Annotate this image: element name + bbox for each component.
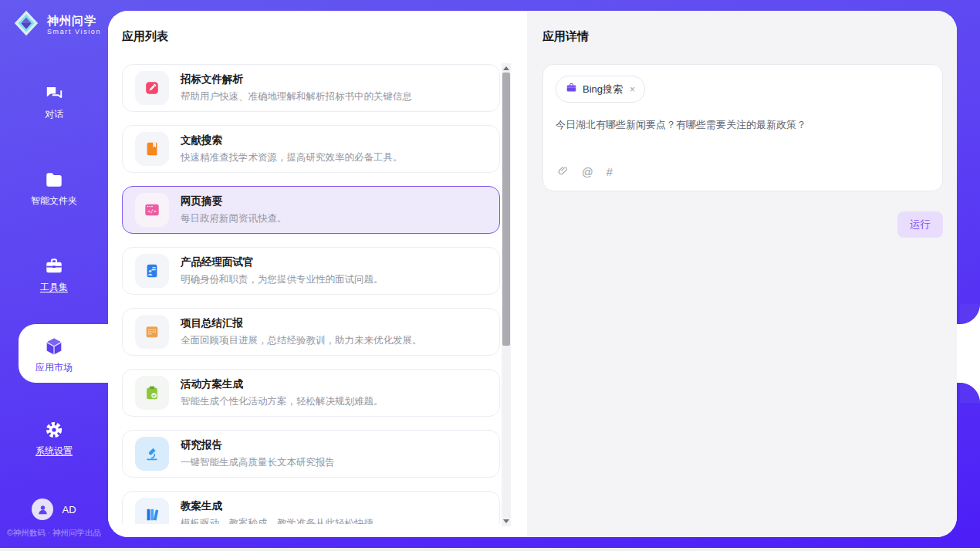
app-list-scrollbar[interactable]	[502, 63, 511, 526]
question-text[interactable]: 今日湖北有哪些新闻要点？有哪些需要关注的最新政策？	[556, 118, 930, 132]
app-desc: 智能生成个性化活动方案，轻松解决规划难题。	[181, 395, 384, 408]
app-card-tender-analysis[interactable]: 招标文件解析 帮助用户快速、准确地理解和解析招标书中的关键信息	[122, 64, 500, 112]
app-detail-panel: 应用详情 Bing搜索 × 今日湖北有哪些新闻要点？有哪些需要关注的最新政策？	[527, 11, 957, 537]
run-row: 运行	[542, 211, 943, 238]
app-title: 项目总结汇报	[181, 316, 422, 330]
folder-icon	[0, 170, 108, 190]
brand-name: 神州问学	[47, 14, 101, 28]
prompt-card: Bing搜索 × 今日湖北有哪些新闻要点？有哪些需要关注的最新政策？ @ #	[542, 64, 943, 191]
scrollbar-thumb[interactable]	[502, 73, 510, 346]
briefcase-icon	[566, 82, 577, 96]
app-card-web-summary[interactable]: </> 网页摘要 每日政府新闻资讯快查。	[122, 186, 500, 234]
sidebar-item-settings[interactable]: 系统设置	[0, 420, 108, 458]
clipboard-check-icon	[135, 376, 169, 410]
user-name: AD	[62, 504, 76, 516]
app-desc: 快速精准查找学术资源，提高研究效率的必备工具。	[181, 151, 403, 164]
chat-icon	[0, 83, 108, 103]
app-title: 研究报告	[181, 438, 335, 452]
sidebar-item-smart-folder[interactable]: 智能文件夹	[0, 170, 108, 208]
note-grid-icon	[135, 315, 169, 349]
copyright-text: ©神州数码 · 神州问学出品	[0, 528, 108, 539]
brand-logo-icon	[12, 8, 41, 41]
chip-close-icon[interactable]: ×	[630, 84, 635, 95]
scroll-up-icon[interactable]	[503, 66, 509, 70]
bottom-strip	[0, 548, 980, 551]
app-card-research-report[interactable]: 研究报告 一键智能生成高质量长文本研究报告	[122, 430, 500, 478]
tool-chip-bing-search[interactable]: Bing搜索 ×	[556, 76, 645, 103]
app-list: 招标文件解析 帮助用户快速、准确地理解和解析招标书中的关键信息 文献搜索 快速精…	[122, 64, 500, 524]
app-desc: 模板驱动，教案秒成，教学准备从此轻松快捷	[181, 517, 373, 524]
app-list-panel: 应用列表 招标文件解析 帮助用户快速、准确地理解和解析招标书中的关键信息	[108, 11, 527, 537]
chip-label: Bing搜索	[583, 83, 623, 96]
sidebar-item-label: 系统设置	[0, 445, 108, 458]
sidebar-item-chat[interactable]: 对话	[0, 83, 108, 121]
app-desc: 全面回顾项目进展，总结经验教训，助力未来优化发展。	[181, 334, 422, 347]
app-title: 活动方案生成	[181, 377, 384, 391]
toolbox-icon	[0, 256, 108, 276]
app-card-lesson-plan[interactable]: 教案生成 模板驱动，教案秒成，教学准备从此轻松快捷	[122, 491, 500, 524]
composer-toolbar: @ #	[557, 164, 613, 180]
scroll-down-icon[interactable]	[503, 519, 509, 523]
app-title: 网页摘要	[181, 194, 287, 208]
brand-subtitle: Smart Vision	[47, 28, 101, 35]
app-list-title: 应用列表	[122, 29, 527, 44]
main-window: 应用列表 招标文件解析 帮助用户快速、准确地理解和解析招标书中的关键信息	[108, 11, 957, 537]
avatar	[32, 499, 53, 520]
cube-icon	[0, 336, 108, 357]
hash-icon[interactable]: #	[607, 166, 613, 178]
sidebar-item-toolbox[interactable]: 工具集	[0, 256, 108, 294]
mention-icon[interactable]: @	[582, 166, 593, 178]
app-frame: 神州问学 Smart Vision 对话 智能文件夹	[0, 0, 980, 548]
books-icon	[135, 498, 169, 524]
app-desc: 每日政府新闻资讯快查。	[181, 212, 287, 225]
app-title: 招标文件解析	[181, 73, 412, 86]
brand: 神州问学 Smart Vision	[12, 8, 101, 41]
app-detail-title: 应用详情	[542, 29, 943, 44]
sidebar-item-label: 对话	[0, 108, 108, 121]
app-title: 文献搜索	[181, 134, 403, 147]
sidebar-item-label: 工具集	[0, 281, 108, 294]
app-desc: 一键智能生成高质量长文本研究报告	[181, 456, 335, 469]
interview-card-icon	[135, 254, 169, 288]
app-title: 产品经理面试官	[181, 255, 384, 269]
user-account[interactable]: AD	[0, 499, 108, 520]
app-card-project-summary[interactable]: 项目总结汇报 全面回顾项目进展，总结经验教训，助力未来优化发展。	[122, 308, 500, 356]
gear-icon	[0, 420, 108, 440]
edit-document-icon	[135, 71, 169, 105]
app-title: 教案生成	[181, 499, 373, 513]
book-icon	[135, 132, 169, 166]
microscope-icon	[135, 437, 169, 471]
sidebar-item-app-market[interactable]: 应用市场	[0, 336, 108, 374]
app-desc: 帮助用户快速、准确地理解和解析招标书中的关键信息	[181, 90, 412, 103]
app-desc: 明确身份和职责，为您提供专业性的面试问题。	[181, 273, 384, 286]
app-card-pm-interviewer[interactable]: 产品经理面试官 明确身份和职责，为您提供专业性的面试问题。	[122, 247, 500, 295]
browser-code-icon: </>	[135, 193, 169, 227]
sidebar-item-label: 应用市场	[0, 361, 108, 374]
run-button[interactable]: 运行	[897, 211, 943, 238]
app-card-literature-search[interactable]: 文献搜索 快速精准查找学术资源，提高研究效率的必备工具。	[122, 125, 500, 173]
app-card-event-plan[interactable]: 活动方案生成 智能生成个性化活动方案，轻松解决规划难题。	[122, 369, 500, 417]
paperclip-icon[interactable]	[557, 164, 569, 180]
svg-text:</>: </>	[147, 208, 157, 215]
sidebar-item-label: 智能文件夹	[0, 194, 108, 208]
